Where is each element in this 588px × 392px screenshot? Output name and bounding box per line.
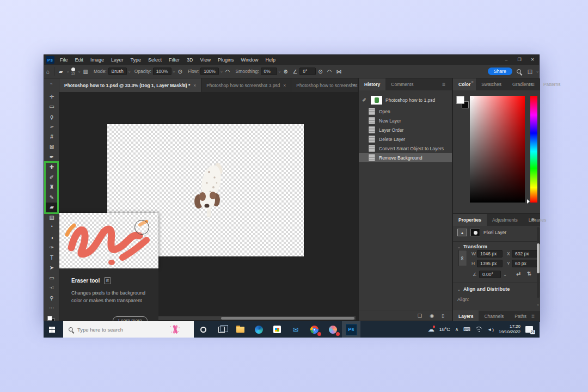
- share-button[interactable]: Share: [488, 68, 512, 75]
- foreground-color-swatch[interactable]: [47, 316, 52, 321]
- new-document-from-state-icon[interactable]: ❏: [418, 313, 422, 318]
- panel-tab[interactable]: Paths: [509, 310, 532, 322]
- search-icon[interactable]: [517, 69, 521, 74]
- action-center-icon[interactable]: 21: [525, 326, 533, 333]
- temperature[interactable]: 18°C: [439, 327, 450, 332]
- photoshop-taskbar-button[interactable]: Ps: [342, 321, 360, 338]
- transform-section-header[interactable]: ⌄Transform: [457, 244, 487, 249]
- learn-more-button[interactable]: Learn more: [113, 316, 148, 321]
- eraser-preset-icon[interactable]: ▰: [59, 69, 63, 75]
- pen-tool[interactable]: ✑: [44, 243, 59, 253]
- history-brush-tool[interactable]: ✎: [44, 192, 59, 203]
- wifi-icon[interactable]: [475, 327, 482, 332]
- type-tool[interactable]: T: [44, 253, 59, 263]
- panel-tab[interactable]: Properties: [453, 214, 487, 226]
- more-tools[interactable]: ⋯: [44, 303, 59, 314]
- foreground-color-swatch[interactable]: [456, 96, 464, 104]
- hand-tool[interactable]: ☜: [44, 283, 59, 293]
- opacity-field[interactable]: 100%: [153, 68, 171, 75]
- history-snapshot[interactable]: ✐ Photoshop how to 1.psd: [359, 94, 452, 107]
- angle-field[interactable]: 0°: [299, 68, 316, 75]
- chevron-down-icon[interactable]: ⌄: [503, 272, 507, 277]
- panel-menu-icon[interactable]: ≡: [531, 217, 535, 223]
- horizontal-scrollbar[interactable]: [158, 316, 356, 320]
- document-tab[interactable]: Photoshop how to 1.psd @ 33.3% (Dog 1, L…: [59, 78, 201, 92]
- gradient-tool[interactable]: ▧: [44, 212, 59, 223]
- chevron-down-icon[interactable]: ⌄: [173, 69, 176, 74]
- menu-item[interactable]: Filter: [169, 57, 180, 63]
- file-explorer-button[interactable]: [231, 321, 249, 338]
- volume-icon[interactable]: ◄: [487, 327, 494, 332]
- chrome-button[interactable]: [305, 321, 323, 338]
- menu-item[interactable]: Image: [90, 57, 104, 63]
- menu-item[interactable]: File: [60, 57, 68, 63]
- zoom-tool[interactable]: ⚲: [44, 293, 59, 303]
- panel-tab[interactable]: Channels: [479, 310, 509, 322]
- cortana-button[interactable]: [194, 321, 212, 338]
- height-field[interactable]: 1395 px: [477, 260, 503, 267]
- taskbar-search[interactable]: [63, 321, 194, 338]
- pressure-size-icon[interactable]: ⊙: [318, 69, 322, 75]
- width-field[interactable]: 1046 px: [477, 250, 503, 258]
- search-input[interactable]: [77, 327, 159, 333]
- dodge-tool[interactable]: ◑: [44, 232, 59, 243]
- document-tab[interactable]: Photoshop how to screenshot: [291, 78, 358, 92]
- store-button[interactable]: [268, 321, 286, 338]
- panel-menu-icon[interactable]: ≡: [531, 81, 535, 87]
- menu-item[interactable]: 3D: [187, 57, 193, 63]
- menu-item[interactable]: Help: [266, 57, 276, 63]
- photos-button[interactable]: [323, 321, 342, 338]
- keyboard-icon[interactable]: ⌨: [463, 327, 470, 332]
- start-button[interactable]: [44, 321, 60, 338]
- hue-slider[interactable]: [530, 96, 537, 203]
- close-tab-icon[interactable]: ×: [193, 83, 196, 88]
- eyedropper-tool[interactable]: ✒: [44, 152, 59, 162]
- flow-field[interactable]: 100%: [200, 68, 219, 75]
- shape-tool[interactable]: ▭: [44, 273, 59, 283]
- toggle-brush-panel-icon[interactable]: ▥: [83, 69, 88, 75]
- menu-item[interactable]: Select: [148, 57, 162, 63]
- chevron-down-icon[interactable]: ⌄: [536, 69, 539, 74]
- panel-tab[interactable]: Layers: [453, 310, 479, 322]
- new-snapshot-icon[interactable]: ◉: [430, 313, 434, 318]
- menu-item[interactable]: View: [200, 57, 211, 63]
- flip-vertical-icon[interactable]: ⇅: [527, 271, 531, 277]
- scrollbar-thumb[interactable]: [221, 317, 354, 320]
- close-button[interactable]: ✕: [526, 55, 539, 65]
- panel-tab[interactable]: Adjustments: [487, 214, 523, 226]
- fg-bg-swatches[interactable]: [456, 96, 470, 110]
- history-state[interactable]: Remove Background: [359, 153, 452, 162]
- tab-overflow-icon[interactable]: »: [353, 78, 356, 92]
- chevron-down-icon[interactable]: ⌄: [78, 69, 81, 74]
- path-select-tool[interactable]: ➤: [44, 263, 59, 273]
- close-tab-icon[interactable]: ×: [283, 83, 286, 88]
- gear-icon[interactable]: ⚙: [283, 69, 288, 75]
- minimize-button[interactable]: –: [500, 55, 513, 65]
- eraser-tool[interactable]: ▰: [44, 203, 59, 213]
- flip-horizontal-icon[interactable]: ⇄: [516, 271, 520, 277]
- brush-tool[interactable]: ✐: [44, 172, 59, 182]
- symmetry-icon[interactable]: ⋈: [336, 69, 341, 75]
- menu-item[interactable]: Plugins: [218, 57, 234, 63]
- history-state[interactable]: Layer Order: [359, 125, 452, 134]
- panel-tab[interactable]: History: [359, 78, 385, 90]
- mail-button[interactable]: ✉: [286, 321, 305, 338]
- link-dimensions-icon[interactable]: ∞: [458, 250, 467, 266]
- marquee-tool[interactable]: ▭: [44, 102, 59, 112]
- move-tool[interactable]: ✛: [44, 91, 59, 102]
- panel-menu-icon[interactable]: ≡: [531, 313, 535, 319]
- smoothing-field[interactable]: 0%: [261, 68, 277, 75]
- history-state[interactable]: Delete Layer: [359, 134, 452, 144]
- frame-tool[interactable]: ⊠: [44, 142, 59, 152]
- history-brush-source-icon[interactable]: ✐: [361, 97, 367, 103]
- hue-slider-marker[interactable]: [527, 199, 530, 204]
- chevron-down-icon[interactable]: ⌄: [278, 69, 281, 74]
- restore-button[interactable]: ❐: [513, 55, 526, 65]
- airbrush-mode-icon[interactable]: ◠: [327, 69, 332, 75]
- history-state[interactable]: Convert Smart Object to Layers: [359, 144, 452, 153]
- menu-item[interactable]: Type: [131, 57, 142, 63]
- panel-menu-icon[interactable]: ≡: [442, 81, 445, 87]
- scrollbar-thumb[interactable]: [537, 243, 540, 273]
- menu-item[interactable]: Edit: [75, 57, 84, 63]
- chevron-down-icon[interactable]: ⌄: [220, 69, 223, 74]
